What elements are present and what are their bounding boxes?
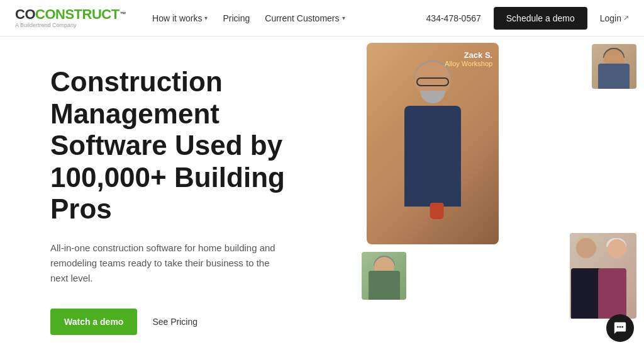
navbar-right: 434-478-0567 Schedule a demo Login ↗: [426, 7, 629, 30]
testimonial-company: Alloy Workshop: [445, 60, 492, 67]
small-photo-2: [360, 251, 408, 301]
logo-co: CO: [15, 8, 35, 21]
logo-tagline: A Buildertrend Company: [15, 23, 126, 28]
nav-pricing[interactable]: Pricing: [216, 9, 256, 27]
watch-demo-button[interactable]: Watch a demo: [50, 309, 137, 335]
logo-construct: CONSTRUCT: [35, 8, 119, 21]
nav-items: How it works ▾ Pricing Current Customers…: [146, 9, 351, 27]
person-glasses: [416, 77, 449, 86]
svg-point-2: [621, 326, 623, 328]
svg-point-1: [619, 326, 621, 328]
testimonial-name: Zack S.: [445, 50, 492, 60]
phone-number: 434-478-0567: [426, 13, 481, 23]
hero-section: Construction Management Software Used by…: [0, 37, 644, 352]
nav-current-customers[interactable]: Current Customers ▾: [258, 9, 351, 27]
hero-cta: Watch a demo See Pricing: [50, 309, 316, 335]
small-photo-3: [569, 232, 638, 320]
nav-how-it-works[interactable]: How it works ▾: [146, 9, 214, 27]
logo[interactable]: CO CONSTRUCT ™ A Buildertrend Company: [15, 8, 126, 28]
logo-tm: ™: [120, 11, 126, 18]
sp3-body2: [598, 268, 626, 319]
testimonial-label: Zack S. Alloy Workshop: [445, 50, 492, 67]
see-pricing-link[interactable]: See Pricing: [152, 317, 197, 327]
sp3-body1: [571, 268, 601, 319]
sp3-head1: [576, 238, 596, 258]
small-photo-1: [591, 43, 638, 90]
chat-icon: [613, 321, 627, 335]
person-cup: [430, 203, 444, 219]
navbar-left: CO CONSTRUCT ™ A Buildertrend Company Ho…: [15, 8, 352, 28]
chevron-down-icon: ▾: [204, 14, 208, 21]
sp1-body: [598, 64, 630, 89]
schedule-demo-button[interactable]: Schedule a demo: [494, 7, 587, 30]
person-beard: [420, 91, 445, 103]
svg-point-0: [617, 326, 619, 328]
hero-right: Zack S. Alloy Workshop: [354, 37, 644, 352]
hero-left: Construction Management Software Used by…: [0, 37, 354, 352]
navbar: CO CONSTRUCT ™ A Buildertrend Company Ho…: [0, 0, 644, 37]
sp3-head2: [608, 239, 626, 258]
main-testimonial-photo: Zack S. Alloy Workshop: [367, 43, 499, 244]
sp2-body: [369, 271, 400, 300]
person-body: [404, 106, 461, 207]
login-button[interactable]: Login ↗: [600, 13, 629, 23]
hero-title: Construction Management Software Used by…: [50, 66, 316, 225]
external-link-icon: ↗: [623, 14, 629, 22]
logo-main: CO CONSTRUCT ™: [15, 8, 126, 21]
hero-subtitle: All-in-one construction software for hom…: [50, 241, 289, 286]
chevron-down-icon-2: ▾: [342, 14, 345, 21]
chat-button[interactable]: [606, 314, 634, 342]
